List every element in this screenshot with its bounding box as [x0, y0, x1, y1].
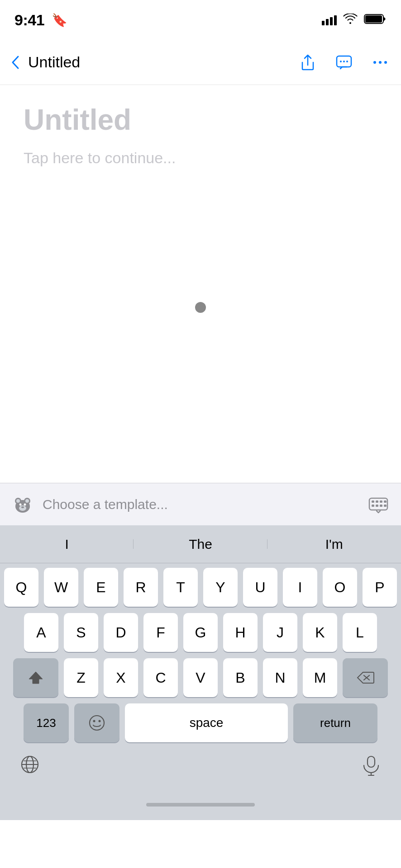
key-row-2: A S D F G H J K L: [3, 613, 398, 652]
key-d[interactable]: D: [104, 613, 138, 652]
key-rows: Q W E R T Y U I O P A S D F G H J K L: [0, 563, 401, 744]
svg-point-30: [93, 720, 95, 722]
backspace-key[interactable]: [343, 658, 388, 697]
key-a[interactable]: A: [24, 613, 58, 652]
back-button[interactable]: [11, 55, 20, 70]
svg-rect-25: [380, 505, 382, 507]
nav-actions: [298, 52, 390, 72]
status-icons: [322, 13, 387, 27]
key-o[interactable]: O: [323, 568, 357, 607]
key-j[interactable]: J: [263, 613, 297, 652]
globe-button[interactable]: [18, 753, 42, 776]
numbers-key[interactable]: 123: [24, 703, 69, 742]
cursor-dot: [195, 302, 206, 313]
return-key[interactable]: return: [293, 703, 377, 742]
key-v[interactable]: V: [183, 658, 218, 697]
key-y[interactable]: Y: [203, 568, 238, 607]
nav-title: Untitled: [28, 53, 80, 71]
keyboard: I The I'm Q W E R T Y U I O P A S D F G …: [0, 525, 401, 820]
content-area[interactable]: Untitled Tap here to continue...: [0, 85, 401, 483]
doc-body-placeholder: Tap here to continue...: [24, 149, 377, 167]
nav-bar: Untitled: [0, 40, 401, 85]
keyboard-hide-button[interactable]: [367, 493, 390, 516]
key-x[interactable]: X: [104, 658, 138, 697]
status-bar: 9:41 🔖: [0, 0, 401, 40]
status-time: 9:41: [14, 11, 44, 29]
template-bar: Choose a template...: [0, 483, 401, 525]
key-p[interactable]: P: [363, 568, 397, 607]
autocomplete-word-3[interactable]: I'm: [267, 537, 401, 552]
svg-rect-23: [372, 505, 374, 507]
key-g[interactable]: G: [183, 613, 218, 652]
autocomplete-word-1[interactable]: I: [0, 537, 134, 552]
comment-button[interactable]: [334, 52, 354, 72]
svg-point-4: [343, 61, 345, 62]
more-button[interactable]: [370, 52, 390, 72]
shift-key[interactable]: [13, 658, 58, 697]
emoji-key[interactable]: [74, 703, 119, 742]
template-left: Choose a template...: [11, 493, 168, 516]
bookmark-icon: 🔖: [52, 13, 67, 28]
svg-rect-22: [384, 500, 387, 503]
key-s[interactable]: S: [64, 613, 98, 652]
doc-title-placeholder: Untitled: [24, 103, 377, 137]
microphone-button[interactable]: [359, 753, 383, 776]
svg-rect-21: [380, 500, 382, 503]
key-row-3: Z X C V B N M: [3, 658, 398, 697]
key-z[interactable]: Z: [64, 658, 98, 697]
svg-rect-18: [369, 498, 387, 510]
key-r[interactable]: R: [124, 568, 158, 607]
key-h[interactable]: H: [223, 613, 258, 652]
key-m[interactable]: M: [303, 658, 337, 697]
key-row-4: 123 space return: [3, 703, 398, 742]
key-i[interactable]: I: [283, 568, 317, 607]
battery-icon: [364, 13, 387, 27]
svg-rect-26: [384, 505, 387, 507]
svg-point-7: [379, 61, 382, 64]
key-u[interactable]: U: [243, 568, 277, 607]
svg-point-15: [19, 503, 22, 505]
svg-point-5: [346, 61, 348, 62]
svg-point-29: [90, 716, 104, 730]
svg-rect-1: [365, 15, 382, 23]
key-b[interactable]: B: [223, 658, 258, 697]
key-q[interactable]: Q: [4, 568, 38, 607]
autocomplete-word-2[interactable]: The: [134, 537, 267, 552]
template-placeholder: Choose a template...: [43, 497, 168, 512]
nav-left: Untitled: [11, 53, 80, 71]
key-row-1: Q W E R T Y U I O P: [3, 568, 398, 607]
key-k[interactable]: K: [303, 613, 337, 652]
wifi-icon: [343, 14, 358, 26]
svg-point-17: [21, 506, 24, 508]
space-key[interactable]: space: [125, 703, 288, 742]
svg-point-13: [25, 499, 29, 503]
svg-rect-24: [376, 505, 378, 507]
key-w[interactable]: W: [44, 568, 78, 607]
svg-point-6: [373, 61, 376, 64]
keyboard-bottom: [0, 744, 401, 789]
svg-point-16: [24, 503, 26, 505]
svg-rect-35: [368, 756, 375, 767]
key-f[interactable]: F: [143, 613, 178, 652]
key-e[interactable]: E: [84, 568, 118, 607]
svg-rect-19: [372, 500, 374, 503]
key-t[interactable]: T: [163, 568, 198, 607]
svg-point-12: [16, 499, 20, 503]
autocomplete-bar: I The I'm: [0, 525, 401, 563]
key-l[interactable]: L: [343, 613, 377, 652]
signal-icon: [322, 14, 337, 25]
home-bar: [146, 803, 255, 807]
template-icon: [11, 493, 34, 516]
share-button[interactable]: [298, 52, 318, 72]
svg-point-31: [99, 720, 101, 722]
key-c[interactable]: C: [143, 658, 178, 697]
key-n[interactable]: N: [263, 658, 297, 697]
svg-point-8: [384, 61, 387, 64]
svg-point-3: [340, 61, 342, 62]
svg-rect-20: [376, 500, 378, 503]
home-indicator: [0, 789, 401, 820]
